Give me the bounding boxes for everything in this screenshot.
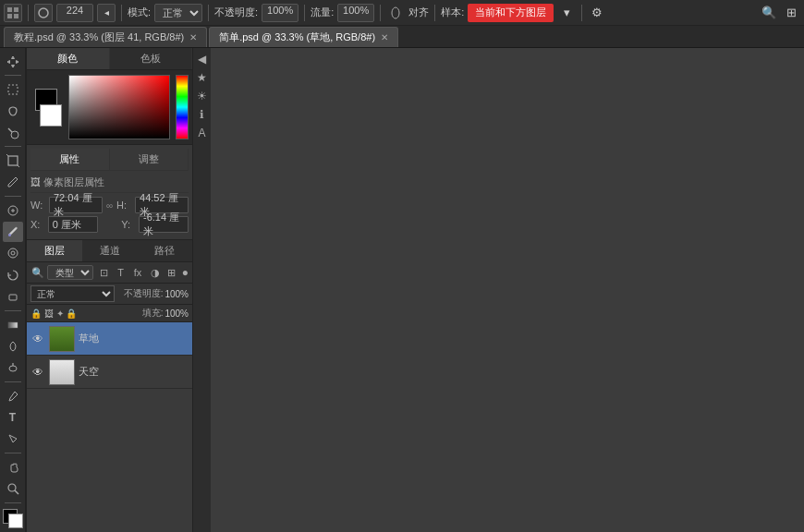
right-icon-strip: ◀ ★ ☀ ℹ A: [192, 48, 211, 532]
right-icon-ai[interactable]: A: [195, 126, 210, 140]
tool-clone-stamp[interactable]: [3, 244, 23, 263]
color-panel-tabs: 颜色 色板: [27, 48, 192, 70]
sample-label: 样本:: [441, 6, 464, 19]
properties-tab[interactable]: 属性: [30, 149, 110, 170]
layer-type-select[interactable]: 类型: [47, 265, 93, 280]
layers-panel: 图层 通道 路径 🔍 类型 ⊡ T fx ◑ ⊞ ●: [27, 240, 192, 532]
airbrush-btn[interactable]: [386, 4, 405, 22]
brush-size-input[interactable]: 224: [56, 4, 93, 22]
svg-rect-1: [14, 7, 18, 12]
tool-blur[interactable]: [3, 336, 23, 356]
ps-home-btn[interactable]: [4, 4, 22, 22]
color-picker-area: [27, 70, 192, 144]
right-icon-info[interactable]: ℹ: [195, 107, 210, 122]
layer-caodi-eye[interactable]: 👁: [30, 332, 45, 346]
tool-hand[interactable]: [3, 457, 23, 477]
tool-crop[interactable]: [3, 151, 23, 170]
tab-jiaochen[interactable]: 教程.psd @ 33.3% (图层 41, RGB/8#) ✕: [4, 27, 207, 47]
opacity-label-layers: 不透明度:: [124, 287, 164, 300]
search-btn[interactable]: 🔍: [760, 4, 778, 22]
tool-eyedropper[interactable]: [3, 173, 23, 192]
tool-path-selection[interactable]: [3, 429, 23, 449]
layer-adj-btn[interactable]: ◑: [148, 264, 162, 281]
layer-filter-toggle[interactable]: ●: [182, 266, 189, 279]
main-area: T: [0, 48, 804, 532]
tool-pen[interactable]: [3, 386, 23, 405]
lock-icons: 🔒 🖼 ✦ 🔒: [30, 308, 77, 319]
layers-tab[interactable]: 图层: [27, 240, 82, 261]
tool-gradient[interactable]: [3, 315, 23, 334]
tool-lasso[interactable]: [3, 102, 23, 121]
layer-search-btn[interactable]: 🔍: [30, 264, 44, 281]
fill-value: 100%: [164, 308, 189, 319]
fg-bg-color-picker[interactable]: [3, 509, 23, 528]
tool-sep5: [5, 381, 21, 382]
svg-point-20: [8, 484, 16, 491]
right-icon-sun[interactable]: ☀: [195, 89, 210, 103]
layer-caodi-name: 草地: [79, 332, 189, 345]
sep4: [304, 5, 305, 21]
blend-mode-select[interactable]: 正常: [30, 285, 115, 302]
sep7: [581, 5, 582, 21]
brush-preset-btn[interactable]: [34, 4, 53, 22]
svg-point-14: [8, 248, 18, 258]
pixel-layer-props-header: 🖼 像素图层属性: [30, 173, 189, 193]
layer-smart-btn[interactable]: ⊞: [164, 264, 178, 281]
sample-value-btn[interactable]: 当前和下方图层: [468, 4, 554, 22]
layer-text-btn[interactable]: T: [114, 264, 128, 281]
sample-dropdown-btn[interactable]: ▾: [557, 4, 576, 22]
layer-item-tiankong[interactable]: 👁 天空: [27, 356, 192, 389]
prop-link-icon[interactable]: ∞: [106, 200, 113, 211]
svg-point-18: [9, 366, 17, 371]
brush-size-down-btn[interactable]: ◂: [97, 4, 116, 22]
tool-eraser[interactable]: [3, 287, 23, 307]
fg-bg-stacked[interactable]: [30, 89, 62, 127]
flow-label: 流量:: [311, 6, 334, 19]
tab-jiandan[interactable]: 简单.psd @ 33.3% (草地, RGB/8#) ✕: [209, 27, 398, 47]
layer-item-caodi[interactable]: 👁 草地: [27, 322, 192, 356]
sep2: [121, 5, 122, 21]
layer-filter-btn[interactable]: ⊡: [96, 264, 110, 281]
color-gradient-picker[interactable]: [68, 75, 170, 139]
opacity-input[interactable]: 100%: [262, 4, 298, 22]
tool-sep6: [5, 453, 21, 453]
color-spectrum-bar[interactable]: [176, 75, 189, 139]
tab-jiandan-close[interactable]: ✕: [381, 32, 388, 42]
color-tab[interactable]: 颜色: [27, 48, 110, 69]
properties-panel-section: 属性 调整 🖼 像素图层属性 W: 72.04 厘米 ∞ H: 44.52 厘米…: [27, 145, 192, 240]
flow-input[interactable]: 100%: [337, 4, 374, 22]
svg-rect-9: [8, 156, 18, 165]
bg-color-swatch[interactable]: [40, 104, 62, 127]
tab-jiaochen-close[interactable]: ✕: [189, 32, 197, 42]
tool-dodge-burn[interactable]: [3, 358, 23, 378]
svg-line-21: [15, 490, 18, 494]
prop-h-label: H:: [116, 200, 131, 211]
channels-tab[interactable]: 通道: [82, 240, 138, 261]
svg-line-10: [6, 154, 8, 156]
paths-tab[interactable]: 路径: [137, 240, 192, 261]
tool-healing[interactable]: [3, 200, 23, 220]
layer-fx-btn[interactable]: fx: [130, 264, 144, 281]
panels-btn[interactable]: ⊞: [782, 4, 800, 22]
prop-w-value[interactable]: 72.04 厘米: [49, 197, 103, 213]
tool-wand[interactable]: [3, 123, 23, 142]
right-icon-star[interactable]: ★: [195, 70, 210, 85]
tool-rectangle-select[interactable]: [3, 79, 23, 99]
tool-type[interactable]: T: [3, 407, 23, 427]
right-icon-collapse[interactable]: ◀: [195, 52, 210, 66]
tool-zoom[interactable]: [3, 478, 23, 498]
swatch-tab[interactable]: 色板: [110, 48, 193, 69]
tool-history-brush[interactable]: [3, 265, 23, 284]
tool-brush[interactable]: [3, 222, 23, 241]
prop-x-row: X: 0 厘米 Y: -6.14 厘米: [30, 216, 189, 233]
prop-y-value[interactable]: -6.14 厘米: [139, 216, 189, 233]
prop-x-label: X:: [30, 219, 44, 230]
layers-toolbar: 🔍 类型 ⊡ T fx ◑ ⊞ ●: [27, 262, 192, 284]
settings-btn[interactable]: ⚙: [588, 4, 606, 22]
mode-select[interactable]: 正常: [154, 4, 202, 22]
adjustments-tab[interactable]: 调整: [110, 149, 189, 170]
canvas-outer: 融合区域 WWWWWWWW 枫好者: [26, 48, 211, 532]
prop-x-value[interactable]: 0 厘米: [48, 216, 98, 233]
tool-move[interactable]: [3, 52, 23, 71]
layer-tiankong-eye[interactable]: 👁: [30, 365, 45, 380]
